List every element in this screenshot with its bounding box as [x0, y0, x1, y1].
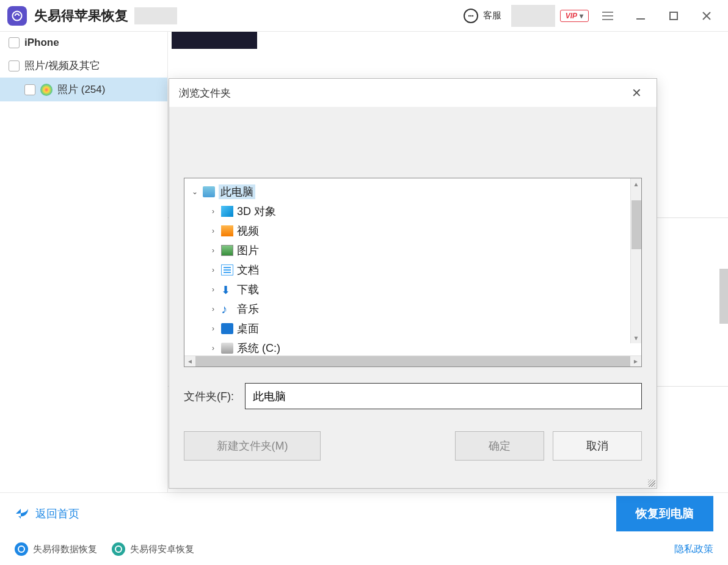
svg-point-3	[471, 15, 473, 16]
tree-item-root[interactable]: ⌄ 此电脑	[184, 182, 641, 202]
video-icon	[221, 225, 233, 236]
svg-point-10	[115, 546, 122, 552]
sidebar-item-iphone[interactable]: iPhone	[0, 32, 167, 54]
redacted-area	[134, 7, 177, 24]
cancel-button[interactable]: 取消	[553, 431, 642, 461]
sidebar-label: iPhone	[24, 37, 59, 49]
android-icon	[112, 542, 125, 556]
checkbox[interactable]	[9, 60, 20, 71]
user-redacted	[511, 5, 555, 27]
svg-rect-5	[602, 15, 613, 16]
tree-item[interactable]: › 文档	[184, 260, 641, 280]
checkbox[interactable]	[24, 84, 35, 95]
dialog-close-icon[interactable]: ✕	[627, 83, 647, 103]
chevron-right-icon[interactable]: ›	[209, 324, 217, 333]
chevron-right-icon[interactable]: ›	[209, 344, 217, 352]
checkbox[interactable]	[9, 37, 20, 48]
tree-item[interactable]: › 3D 对象	[184, 202, 641, 221]
cube-icon	[221, 206, 233, 217]
app-logo-icon	[7, 6, 27, 26]
titlebar: 失易得苹果恢复 客服 VIP	[0, 0, 728, 32]
dialog-buttons: 新建文件夹(M) 确定 取消	[184, 431, 642, 461]
tree-item[interactable]: › 系统 (C:)	[184, 338, 641, 355]
photos-icon	[40, 84, 53, 96]
svg-rect-8	[670, 12, 677, 20]
download-icon	[221, 284, 233, 295]
drive-icon	[221, 343, 233, 354]
app-title: 失易得苹果恢复	[34, 7, 128, 25]
svg-rect-7	[636, 18, 645, 20]
bottom-bar: 返回首页 恢复到电脑	[0, 492, 728, 534]
chevron-right-icon[interactable]: ›	[209, 207, 217, 216]
svg-point-1	[468, 15, 469, 16]
sidebar: iPhone 照片/视频及其它 照片 (254)	[0, 32, 168, 492]
sidebar-item-photos[interactable]: 照片 (254)	[0, 78, 167, 101]
document-icon	[221, 264, 233, 275]
vertical-scrollbar[interactable]: ▲ ▼	[630, 178, 641, 343]
scrollbar[interactable]	[719, 269, 728, 324]
resize-handle-icon[interactable]	[648, 479, 655, 487]
footer-link-android-recovery[interactable]: 失易得安卓恢复	[112, 542, 194, 556]
svg-point-0	[13, 11, 22, 20]
sidebar-item-category[interactable]: 照片/视频及其它	[0, 54, 167, 78]
dialog-title: 浏览文件夹	[179, 86, 231, 100]
menu-icon[interactable]	[594, 5, 622, 27]
folder-label: 文件夹(F):	[184, 389, 234, 404]
tree-item[interactable]: › 桌面	[184, 319, 641, 338]
chevron-right-icon[interactable]: ›	[209, 227, 217, 235]
chevron-right-icon[interactable]: ›	[209, 285, 217, 294]
new-folder-button[interactable]: 新建文件夹(M)	[184, 431, 321, 461]
tree-item[interactable]: › 视频	[184, 221, 641, 241]
minimize-icon[interactable]	[627, 5, 655, 27]
footer-link-data-recovery[interactable]: 失易得数据恢复	[15, 542, 97, 556]
recovery-icon	[15, 542, 28, 556]
tree-item[interactable]: › 音乐	[184, 299, 641, 319]
sidebar-label: 照片/视频及其它	[24, 59, 100, 73]
vip-badge[interactable]: VIP	[560, 10, 589, 22]
footer: 失易得数据恢复 失易得安卓恢复 隐私政策	[0, 534, 728, 564]
pc-icon	[203, 186, 215, 197]
back-home-button[interactable]: 返回首页	[15, 506, 79, 521]
chevron-right-icon[interactable]: ›	[209, 305, 217, 313]
horizontal-scrollbar[interactable]: ◄ ►	[184, 355, 641, 366]
browse-folder-dialog: 浏览文件夹 ✕ ⌄ 此电脑 › 3D 对象 › 视频	[169, 78, 657, 489]
chevron-right-icon[interactable]: ›	[209, 246, 217, 255]
music-icon	[221, 304, 233, 315]
chevron-right-icon[interactable]: ›	[209, 266, 217, 274]
sidebar-label: 照片 (254)	[57, 82, 105, 97]
image-icon	[221, 245, 233, 256]
recover-button[interactable]: 恢复到电脑	[616, 496, 713, 531]
ok-button[interactable]: 确定	[455, 431, 544, 461]
svg-point-2	[470, 15, 471, 16]
close-icon[interactable]	[693, 5, 721, 27]
back-label: 返回首页	[35, 506, 79, 521]
svg-rect-6	[602, 19, 613, 20]
desktop-icon	[221, 323, 233, 334]
maximize-icon[interactable]	[660, 5, 688, 27]
tree-item[interactable]: › 图片	[184, 241, 641, 260]
folder-tree: ⌄ 此电脑 › 3D 对象 › 视频 › 图片	[184, 178, 642, 367]
support-label[interactable]: 客服	[483, 10, 501, 21]
privacy-link[interactable]: 隐私政策	[674, 543, 713, 556]
dialog-header: 浏览文件夹 ✕	[169, 79, 657, 107]
support-icon[interactable]	[464, 9, 478, 23]
thumbnail[interactable]	[172, 32, 257, 49]
tree-item[interactable]: › 下载	[184, 280, 641, 299]
chevron-down-icon[interactable]: ⌄	[191, 188, 199, 196]
svg-point-9	[18, 546, 24, 552]
folder-input[interactable]	[245, 383, 642, 409]
svg-rect-4	[602, 12, 613, 13]
folder-path-row: 文件夹(F):	[184, 383, 642, 409]
